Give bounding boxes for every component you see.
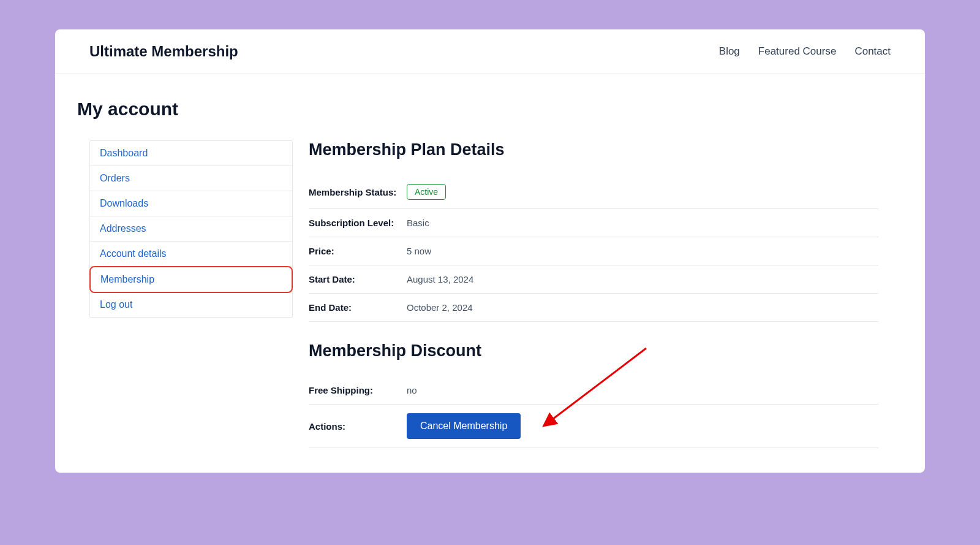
value-level: Basic [407, 209, 878, 237]
main-panel: Membership Plan Details Membership Statu… [309, 140, 903, 448]
row-free-shipping: Free Shipping: no [309, 376, 878, 405]
cancel-membership-button[interactable]: Cancel Membership [407, 413, 521, 439]
nav-link-blog[interactable]: Blog [719, 45, 740, 58]
sidenav-item-orders[interactable]: Orders [90, 166, 292, 191]
row-level: Subscription Level: Basic [309, 209, 878, 237]
value-end-date: October 2, 2024 [407, 294, 878, 322]
sidenav-item-account-details[interactable]: Account details [90, 242, 292, 267]
row-end-date: End Date: October 2, 2024 [309, 294, 878, 322]
membership-discount-table: Free Shipping: no Actions: Cancel Member… [309, 376, 878, 448]
row-price: Price: 5 now [309, 237, 878, 265]
value-status: Active [407, 175, 878, 209]
sidenav-item-dashboard[interactable]: Dashboard [90, 141, 292, 166]
label-status: Membership Status: [309, 175, 407, 209]
sidenav-item-addresses[interactable]: Addresses [90, 216, 292, 242]
label-end-date: End Date: [309, 294, 407, 322]
layout-row: Dashboard Orders Downloads Addresses Acc… [77, 140, 903, 448]
sidenav-item-downloads[interactable]: Downloads [90, 191, 292, 216]
section-title-discount: Membership Discount [309, 341, 878, 360]
value-price: 5 now [407, 237, 878, 265]
header-nav: Blog Featured Course Contact [719, 45, 891, 58]
membership-details-table: Membership Status: Active Subscription L… [309, 175, 878, 322]
page-title: My account [77, 99, 903, 120]
label-price: Price: [309, 237, 407, 265]
row-actions: Actions: Cancel Membership [309, 405, 878, 448]
sidenav-item-logout[interactable]: Log out [90, 292, 292, 317]
value-start-date: August 13, 2024 [407, 265, 878, 294]
brand-title: Ultimate Membership [89, 43, 238, 60]
status-badge: Active [407, 184, 446, 200]
row-status: Membership Status: Active [309, 175, 878, 209]
page-card: Ultimate Membership Blog Featured Course… [55, 29, 925, 473]
content-area: My account Dashboard Orders Downloads Ad… [55, 74, 925, 473]
label-actions: Actions: [309, 405, 407, 448]
nav-link-featured-course[interactable]: Featured Course [758, 45, 837, 58]
label-free-shipping: Free Shipping: [309, 376, 407, 405]
label-start-date: Start Date: [309, 265, 407, 294]
section-title-details: Membership Plan Details [309, 140, 878, 159]
nav-link-contact[interactable]: Contact [854, 45, 891, 58]
label-level: Subscription Level: [309, 209, 407, 237]
top-nav: Ultimate Membership Blog Featured Course… [55, 29, 925, 74]
row-start-date: Start Date: August 13, 2024 [309, 265, 878, 294]
value-actions: Cancel Membership [407, 405, 878, 448]
sidenav-item-membership[interactable]: Membership [89, 266, 293, 293]
account-side-nav: Dashboard Orders Downloads Addresses Acc… [89, 140, 293, 318]
value-free-shipping: no [407, 376, 878, 405]
